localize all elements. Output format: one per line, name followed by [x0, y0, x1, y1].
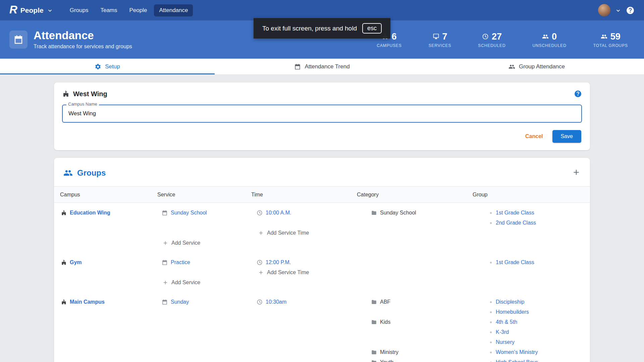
service-link[interactable]: Sunday	[171, 299, 189, 305]
people-icon	[508, 63, 515, 70]
campus-link[interactable]: Main Campus	[70, 299, 105, 305]
column-header-category: Category	[351, 192, 467, 198]
campus-link[interactable]: Education Wing	[70, 210, 110, 216]
groups-header: Groups	[54, 158, 590, 186]
group-link[interactable]: 1st Grade Class	[496, 259, 534, 265]
category-row: Ministry Women's Ministry	[351, 347, 590, 357]
column-header-campus: Campus	[54, 192, 151, 198]
category-row: Kids 4th & 5thK-3rdNursery	[351, 317, 590, 347]
service-link[interactable]: Practice	[171, 259, 190, 265]
column-header-service: Service	[151, 192, 245, 198]
nav-item-attendance[interactable]: Attendance	[154, 4, 193, 16]
group-link[interactable]: Women's Ministry	[496, 349, 538, 355]
calendar-icon	[162, 210, 168, 216]
group-link[interactable]: K-3rd	[496, 329, 509, 335]
page-title: Attendance	[34, 29, 132, 42]
group-link[interactable]: Discipleship	[496, 299, 524, 305]
bullet-icon	[489, 341, 493, 344]
add-service-label: Add Service	[171, 280, 200, 286]
stat-label: SCHEDULED	[478, 43, 505, 48]
gear-icon	[95, 63, 101, 70]
calendar-icon	[162, 299, 168, 305]
save-button[interactable]: Save	[552, 130, 581, 143]
time-link[interactable]: 12:00 P.M.	[266, 259, 291, 265]
stat-label: UNSCHEDULED	[532, 43, 566, 48]
avatar[interactable]	[598, 4, 610, 16]
stat-value: 27	[492, 32, 502, 42]
folder-icon	[371, 210, 377, 216]
rock-logo: R	[9, 4, 17, 15]
nav-items: GroupsTeamsPeopleAttendance	[65, 4, 193, 16]
campus-icon	[61, 210, 67, 216]
bullet-icon	[489, 330, 493, 334]
category-label: Ministry	[380, 349, 398, 355]
campus-icon	[62, 90, 69, 98]
fullscreen-toast: To exit full screen, press and hold esc	[254, 18, 390, 39]
folder-icon	[371, 299, 377, 305]
group-link[interactable]: High School Boys	[496, 359, 538, 362]
nav-item-groups[interactable]: Groups	[65, 4, 94, 16]
add-service-time-button[interactable]: Add Service Time	[245, 228, 351, 238]
tab-label: Setup	[105, 63, 120, 70]
help-icon[interactable]	[626, 6, 635, 15]
bullet-icon	[489, 361, 493, 362]
chevron-down-icon[interactable]	[615, 7, 622, 14]
cancel-button[interactable]: Cancel	[525, 133, 543, 139]
campus-card-title: West Wing	[73, 90, 107, 98]
bullet-icon	[489, 211, 493, 215]
table-header-row: CampusServiceTimeCategoryGroup	[54, 186, 590, 203]
campus-link[interactable]: Gym	[70, 259, 82, 265]
bullet-icon	[489, 300, 493, 304]
tab-attendance-trend[interactable]: Attendance Trend	[215, 59, 429, 74]
clock-icon	[482, 33, 489, 40]
group-link[interactable]: 1st Grade Class	[496, 210, 534, 216]
group-link[interactable]: Homebuilders	[496, 309, 529, 315]
attendance-calendar-icon	[9, 31, 28, 49]
esc-key: esc	[362, 23, 382, 34]
folder-icon	[371, 359, 377, 362]
stat-value: 0	[552, 32, 557, 42]
campus-card-header: West Wing	[54, 82, 590, 103]
group-link[interactable]: 2nd Grade Class	[496, 220, 536, 226]
column-header-group: Group	[467, 192, 590, 198]
add-group-button[interactable]	[572, 168, 581, 178]
column-header-time: Time	[245, 192, 351, 198]
stat-label: TOTAL GROUPS	[593, 43, 628, 48]
category-label: Kids	[380, 319, 390, 325]
header-stats: 6 CAMPUSES 7 SERVICES 27 SCHEDULED 0 UNS…	[377, 32, 628, 48]
nav-item-people[interactable]: People	[124, 4, 152, 16]
page-subtitle: Track attendance for services and groups	[34, 44, 132, 50]
stat-value: 7	[442, 32, 447, 42]
add-service-time-button[interactable]: Add Service Time	[245, 267, 351, 278]
group-link[interactable]: 4th & 5th	[496, 319, 517, 325]
people-icon	[542, 33, 549, 40]
bullet-icon	[489, 261, 493, 264]
brand-menu[interactable]: R People	[9, 5, 53, 16]
campus-card-actions: Cancel Save	[54, 123, 590, 150]
help-icon[interactable]	[574, 90, 582, 98]
nav-item-teams[interactable]: Teams	[95, 4, 122, 16]
table-row: Main Campus Sunday 10:30am ABF Disciples…	[54, 292, 590, 362]
stat-label: CAMPUSES	[377, 43, 402, 48]
groups-title: Groups	[77, 168, 106, 178]
toast-text: To exit full screen, press and hold	[262, 25, 357, 32]
add-service-button[interactable]: Add Service	[151, 238, 245, 248]
tab-group-attendance[interactable]: Group Attendance	[429, 59, 644, 74]
category-label: Youth	[380, 359, 393, 362]
group-link[interactable]: Nursery	[496, 339, 515, 345]
chevron-down-icon	[47, 7, 53, 14]
brand-label: People	[20, 6, 44, 14]
stat-services: 7 SERVICES	[429, 32, 451, 48]
tab-setup[interactable]: Setup	[0, 59, 215, 74]
groups-card: Groups CampusServiceTimeCategoryGroup Ed…	[54, 158, 590, 362]
time-link[interactable]: 10:00 A.M.	[266, 210, 291, 216]
topbar-right	[598, 4, 635, 16]
clock-icon	[257, 210, 263, 216]
service-link[interactable]: Sunday School	[171, 210, 207, 216]
stat-value: 6	[391, 32, 396, 42]
time-link[interactable]: 10:30am	[266, 299, 286, 305]
stat-unscheduled: 0 UNSCHEDULED	[532, 32, 566, 48]
campus-name-input[interactable]	[62, 105, 582, 123]
calendar-icon	[162, 259, 168, 265]
add-service-button[interactable]: Add Service	[151, 278, 245, 288]
